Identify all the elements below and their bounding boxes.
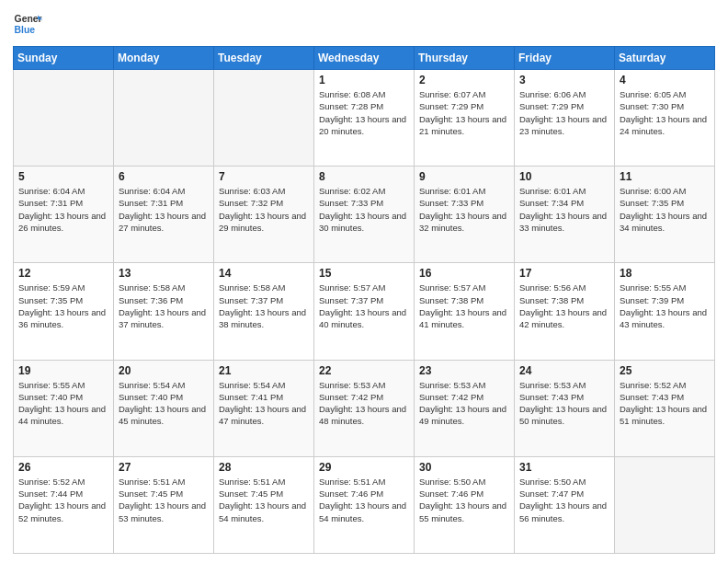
- day-info: Sunrise: 6:03 AMSunset: 7:32 PMDaylight:…: [219, 185, 309, 234]
- page: General Blue SundayMondayTuesdayWednesda…: [0, 0, 728, 563]
- calendar-cell: 14Sunrise: 5:58 AMSunset: 7:37 PMDayligh…: [214, 263, 314, 360]
- day-info: Sunrise: 5:53 AMSunset: 7:42 PMDaylight:…: [319, 379, 409, 428]
- day-number: 14: [219, 267, 309, 280]
- day-number: 26: [18, 461, 108, 474]
- day-number: 13: [119, 267, 209, 280]
- day-number: 6: [119, 170, 209, 183]
- day-info: Sunrise: 5:54 AMSunset: 7:41 PMDaylight:…: [219, 379, 309, 428]
- calendar-cell: [114, 70, 214, 167]
- calendar-cell: [214, 70, 314, 167]
- calendar-cell: 15Sunrise: 5:57 AMSunset: 7:37 PMDayligh…: [314, 263, 415, 360]
- calendar-week-row: 19Sunrise: 5:55 AMSunset: 7:40 PMDayligh…: [14, 360, 715, 456]
- calendar-cell: 11Sunrise: 6:00 AMSunset: 7:35 PMDayligh…: [615, 167, 715, 263]
- weekday-header-cell: Monday: [114, 47, 214, 70]
- day-number: 15: [319, 267, 409, 280]
- logo-icon: General Blue: [13, 9, 42, 39]
- calendar-cell: 23Sunrise: 5:53 AMSunset: 7:42 PMDayligh…: [415, 360, 515, 456]
- logo: General Blue: [13, 9, 42, 39]
- day-info: Sunrise: 5:51 AMSunset: 7:45 PMDaylight:…: [119, 476, 209, 524]
- day-info: Sunrise: 6:08 AMSunset: 7:28 PMDaylight:…: [319, 88, 409, 137]
- day-number: 23: [419, 364, 509, 377]
- day-number: 28: [219, 461, 309, 474]
- day-info: Sunrise: 6:06 AMSunset: 7:29 PMDaylight:…: [519, 88, 609, 137]
- day-number: 21: [219, 364, 309, 377]
- day-info: Sunrise: 5:53 AMSunset: 7:42 PMDaylight:…: [419, 379, 509, 428]
- day-number: 4: [620, 74, 710, 86]
- calendar-cell: 18Sunrise: 5:55 AMSunset: 7:39 PMDayligh…: [615, 263, 715, 360]
- day-info: Sunrise: 6:04 AMSunset: 7:31 PMDaylight:…: [119, 185, 209, 234]
- day-info: Sunrise: 6:01 AMSunset: 7:33 PMDaylight:…: [419, 185, 509, 234]
- calendar-week-row: 12Sunrise: 5:59 AMSunset: 7:35 PMDayligh…: [14, 263, 715, 360]
- day-number: 5: [18, 170, 108, 183]
- day-number: 31: [519, 461, 609, 474]
- day-info: Sunrise: 6:01 AMSunset: 7:34 PMDaylight:…: [519, 185, 609, 234]
- weekday-header-cell: Tuesday: [214, 47, 314, 70]
- day-info: Sunrise: 6:00 AMSunset: 7:35 PMDaylight:…: [620, 185, 710, 234]
- day-info: Sunrise: 5:55 AMSunset: 7:39 PMDaylight:…: [620, 282, 710, 330]
- day-info: Sunrise: 5:51 AMSunset: 7:46 PMDaylight:…: [319, 476, 409, 524]
- calendar-week-row: 1Sunrise: 6:08 AMSunset: 7:28 PMDaylight…: [14, 70, 715, 167]
- calendar-week-row: 5Sunrise: 6:04 AMSunset: 7:31 PMDaylight…: [14, 167, 715, 263]
- calendar-cell: 9Sunrise: 6:01 AMSunset: 7:33 PMDaylight…: [415, 167, 515, 263]
- calendar-cell: 27Sunrise: 5:51 AMSunset: 7:45 PMDayligh…: [114, 456, 214, 553]
- day-info: Sunrise: 5:55 AMSunset: 7:40 PMDaylight:…: [18, 379, 108, 428]
- calendar-cell: 28Sunrise: 5:51 AMSunset: 7:45 PMDayligh…: [214, 456, 314, 553]
- calendar-cell: 3Sunrise: 6:06 AMSunset: 7:29 PMDaylight…: [515, 70, 615, 167]
- day-number: 24: [519, 364, 609, 377]
- calendar-cell: 25Sunrise: 5:52 AMSunset: 7:43 PMDayligh…: [615, 360, 715, 456]
- weekday-header-cell: Friday: [515, 47, 615, 70]
- weekday-header-cell: Wednesday: [314, 47, 415, 70]
- calendar-cell: 20Sunrise: 5:54 AMSunset: 7:40 PMDayligh…: [114, 360, 214, 456]
- calendar-cell: [14, 70, 114, 167]
- day-info: Sunrise: 5:57 AMSunset: 7:38 PMDaylight:…: [419, 282, 509, 330]
- calendar-cell: 4Sunrise: 6:05 AMSunset: 7:30 PMDaylight…: [615, 70, 715, 167]
- day-number: 9: [419, 170, 509, 183]
- day-number: 18: [620, 267, 710, 280]
- calendar-cell: 30Sunrise: 5:50 AMSunset: 7:46 PMDayligh…: [415, 456, 515, 553]
- day-info: Sunrise: 5:54 AMSunset: 7:40 PMDaylight:…: [119, 379, 209, 428]
- day-number: 27: [119, 461, 209, 474]
- calendar-cell: 8Sunrise: 6:02 AMSunset: 7:33 PMDaylight…: [314, 167, 415, 263]
- day-info: Sunrise: 6:05 AMSunset: 7:30 PMDaylight:…: [620, 88, 710, 137]
- calendar-cell: 17Sunrise: 5:56 AMSunset: 7:38 PMDayligh…: [515, 263, 615, 360]
- day-info: Sunrise: 6:02 AMSunset: 7:33 PMDaylight:…: [319, 185, 409, 234]
- day-number: 3: [519, 74, 609, 86]
- calendar-cell: 22Sunrise: 5:53 AMSunset: 7:42 PMDayligh…: [314, 360, 415, 456]
- calendar-cell: 1Sunrise: 6:08 AMSunset: 7:28 PMDaylight…: [314, 70, 415, 167]
- calendar-cell: 7Sunrise: 6:03 AMSunset: 7:32 PMDaylight…: [214, 167, 314, 263]
- day-number: 12: [18, 267, 108, 280]
- calendar-cell: 6Sunrise: 6:04 AMSunset: 7:31 PMDaylight…: [114, 167, 214, 263]
- calendar-cell: 10Sunrise: 6:01 AMSunset: 7:34 PMDayligh…: [515, 167, 615, 263]
- calendar-cell: 26Sunrise: 5:52 AMSunset: 7:44 PMDayligh…: [14, 456, 114, 553]
- day-number: 29: [319, 461, 409, 474]
- day-number: 8: [319, 170, 409, 183]
- calendar-cell: 29Sunrise: 5:51 AMSunset: 7:46 PMDayligh…: [314, 456, 415, 553]
- weekday-header-row: SundayMondayTuesdayWednesdayThursdayFrid…: [14, 47, 715, 70]
- calendar-cell: [615, 456, 715, 553]
- header: General Blue: [13, 9, 715, 39]
- day-number: 30: [419, 461, 509, 474]
- day-info: Sunrise: 6:04 AMSunset: 7:31 PMDaylight:…: [18, 185, 108, 234]
- calendar-cell: 12Sunrise: 5:59 AMSunset: 7:35 PMDayligh…: [14, 263, 114, 360]
- calendar-body: 1Sunrise: 6:08 AMSunset: 7:28 PMDaylight…: [14, 70, 715, 554]
- day-number: 17: [519, 267, 609, 280]
- calendar-cell: 16Sunrise: 5:57 AMSunset: 7:38 PMDayligh…: [415, 263, 515, 360]
- day-number: 20: [119, 364, 209, 377]
- day-number: 11: [620, 170, 710, 183]
- day-info: Sunrise: 5:53 AMSunset: 7:43 PMDaylight:…: [519, 379, 609, 428]
- calendar-cell: 19Sunrise: 5:55 AMSunset: 7:40 PMDayligh…: [14, 360, 114, 456]
- calendar-cell: 31Sunrise: 5:50 AMSunset: 7:47 PMDayligh…: [515, 456, 615, 553]
- day-number: 16: [419, 267, 509, 280]
- calendar-cell: 24Sunrise: 5:53 AMSunset: 7:43 PMDayligh…: [515, 360, 615, 456]
- day-number: 2: [419, 74, 509, 86]
- calendar-cell: 2Sunrise: 6:07 AMSunset: 7:29 PMDaylight…: [415, 70, 515, 167]
- day-info: Sunrise: 5:52 AMSunset: 7:43 PMDaylight:…: [620, 379, 710, 428]
- day-info: Sunrise: 5:50 AMSunset: 7:47 PMDaylight:…: [519, 476, 609, 524]
- day-info: Sunrise: 5:57 AMSunset: 7:37 PMDaylight:…: [319, 282, 409, 330]
- weekday-header-cell: Saturday: [615, 47, 715, 70]
- day-number: 1: [319, 74, 409, 86]
- day-number: 19: [18, 364, 108, 377]
- day-info: Sunrise: 5:58 AMSunset: 7:37 PMDaylight:…: [219, 282, 309, 330]
- calendar-cell: 21Sunrise: 5:54 AMSunset: 7:41 PMDayligh…: [214, 360, 314, 456]
- day-info: Sunrise: 5:50 AMSunset: 7:46 PMDaylight:…: [419, 476, 509, 524]
